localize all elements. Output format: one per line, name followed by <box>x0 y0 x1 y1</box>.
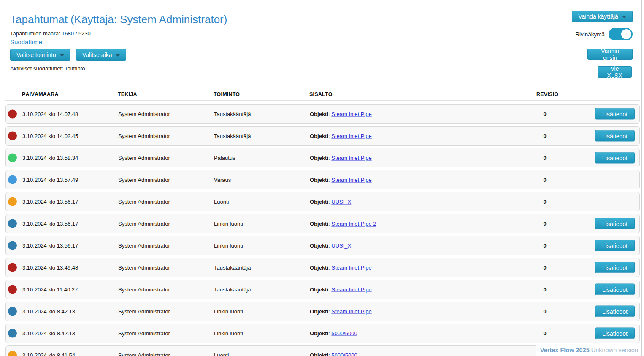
event-revision: 0 <box>541 264 548 271</box>
product-name: Vertex Flow 2025 <box>540 347 590 353</box>
event-author: System Administrator <box>118 133 170 139</box>
table-row: 3.10.2024 klo 13.49.48System Administrat… <box>5 258 640 277</box>
object-label: Objekti <box>310 330 328 337</box>
event-action: Luonti <box>214 199 229 205</box>
event-type-dot-icon <box>8 241 17 250</box>
change-user-dropdown[interactable]: Vaihda käyttäjä <box>572 11 633 22</box>
event-type-dot-icon <box>8 132 17 140</box>
object-link[interactable]: UUSI_X <box>331 243 351 249</box>
event-action: Taustakääntäjä <box>214 111 251 117</box>
event-revision: 0 <box>541 243 548 249</box>
event-count: Tapahtumien määrä: 1680 / 5230 <box>10 30 91 37</box>
event-action: Taustakääntäjä <box>214 133 251 139</box>
version-label: Unknown version <box>591 347 638 353</box>
event-action: Linkin luonti <box>214 221 243 227</box>
table-row: 3.10.2024 klo 13.58.34System Administrat… <box>5 148 640 167</box>
row-view-label: Rivinäkymä <box>575 31 605 38</box>
object-link[interactable]: 5000/5000 <box>331 330 357 337</box>
event-type-dot-icon <box>8 154 17 162</box>
column-header-action: TOIMINTO <box>214 92 240 97</box>
event-revision: 0 <box>541 155 548 161</box>
chevron-down-icon <box>622 16 626 18</box>
table-row: 3.10.2024 klo 14.02.45System Administrat… <box>5 126 640 146</box>
table-row: 3.10.2024 klo 8.42.13System Administrato… <box>5 302 640 321</box>
select-action-label: Valitse toiminto <box>16 51 56 58</box>
table-row: 3.10.2024 klo 13.56.17System Administrat… <box>5 192 640 211</box>
table-row: 3.10.2024 klo 13.56.17System Administrat… <box>5 236 640 255</box>
object-label: Objekti <box>310 177 328 183</box>
event-action: Linkin luonti <box>214 308 243 315</box>
event-type-dot-icon <box>8 110 17 119</box>
active-filters-text: Aktiiviset suodattimet: Toiminto <box>10 65 85 72</box>
event-content: Objekti: Steam Inlet Pipe <box>310 286 372 293</box>
details-button[interactable]: Lisätiedot <box>595 262 635 273</box>
event-date: 3.10.2024 klo 11.40.27 <box>22 286 78 293</box>
oldest-first-button[interactable]: Vanhin ensin <box>587 49 633 60</box>
details-button[interactable]: Lisätiedot <box>595 130 635 142</box>
event-author: System Administrator <box>118 155 170 161</box>
event-revision: 0 <box>541 308 548 315</box>
event-type-dot-icon <box>8 219 17 228</box>
event-action: Taustakääntäjä <box>214 264 251 271</box>
object-label: Objekti <box>310 243 328 249</box>
object-link[interactable]: Steam Inlet Pipe <box>331 133 371 139</box>
change-user-label: Vaihda käyttäjä <box>578 13 618 20</box>
event-author: System Administrator <box>118 221 170 227</box>
object-link[interactable]: 5000/5000 <box>331 352 357 356</box>
row-view-control: Rivinäkymä <box>575 28 633 40</box>
right-edge-divider <box>641 0 642 356</box>
table-rows: 3.10.2024 klo 14.07.48System Administrat… <box>5 104 640 356</box>
object-link[interactable]: Steam Inlet Pipe <box>331 308 371 315</box>
row-view-toggle[interactable] <box>609 28 633 40</box>
object-link[interactable]: Steam Inlet Pipe <box>331 111 371 117</box>
event-type-dot-icon <box>8 285 17 294</box>
select-action-dropdown[interactable]: Valitse toiminto <box>10 49 70 61</box>
object-label: Objekti <box>310 111 328 117</box>
object-link[interactable]: Steam Inlet Pipe <box>331 155 371 161</box>
event-author: System Administrator <box>118 199 170 205</box>
event-date: 3.10.2024 klo 13.56.17 <box>22 199 78 205</box>
object-link[interactable]: UUSI_X <box>331 199 351 205</box>
details-button[interactable]: Lisätiedot <box>595 108 635 120</box>
event-revision: 0 <box>541 286 548 293</box>
table-row: 3.10.2024 klo 13.56.17System Administrat… <box>5 214 640 233</box>
event-author: System Administrator <box>118 243 170 249</box>
toggle-knob <box>621 29 631 39</box>
object-link[interactable]: Steam Inlet Pipe 2 <box>331 221 376 227</box>
event-type-dot-icon <box>8 307 17 316</box>
chevron-down-icon <box>116 54 120 57</box>
object-label: Objekti <box>310 133 328 139</box>
object-label: Objekti <box>310 286 328 293</box>
table-row: 3.10.2024 klo 14.07.48System Administrat… <box>5 104 640 124</box>
event-date: 3.10.2024 klo 8.41.54 <box>22 352 75 356</box>
object-link[interactable]: Steam Inlet Pipe <box>331 177 371 183</box>
object-link[interactable]: Steam Inlet Pipe <box>331 286 371 293</box>
event-date: 3.10.2024 klo 13.56.17 <box>22 243 78 249</box>
table-row: 3.10.2024 klo 8.42.13System Administrato… <box>5 324 640 343</box>
event-date: 3.10.2024 klo 13.56.17 <box>22 221 78 227</box>
event-content: Objekti: Steam Inlet Pipe <box>310 177 372 183</box>
page-title: Tapahtumat (Käyttäjä: System Administrat… <box>10 13 227 26</box>
event-author: System Administrator <box>118 264 170 271</box>
event-revision: 0 <box>541 177 548 183</box>
event-date: 3.10.2024 klo 13.49.48 <box>22 264 78 271</box>
details-button[interactable]: Lisätiedot <box>595 284 635 295</box>
select-time-dropdown[interactable]: Valitse aika <box>76 49 127 61</box>
event-content: Objekti: Steam Inlet Pipe <box>310 264 372 271</box>
details-button[interactable]: Lisätiedot <box>595 306 635 317</box>
event-action: Linkin luonti <box>214 330 243 337</box>
export-xlsx-button[interactable]: Vie XLSX <box>598 66 632 78</box>
object-link[interactable]: Steam Inlet Pipe <box>331 264 371 271</box>
event-action: Palautus <box>214 155 235 161</box>
details-button[interactable]: Lisätiedot <box>595 152 635 164</box>
details-button[interactable]: Lisätiedot <box>595 240 635 251</box>
event-date: 3.10.2024 klo 14.07.48 <box>22 111 78 117</box>
details-button[interactable]: Lisätiedot <box>595 328 635 339</box>
event-revision: 0 <box>541 330 548 337</box>
column-header-content: SISÄLTÖ <box>309 92 333 97</box>
version-text: Unknown version <box>591 347 638 353</box>
event-author: System Administrator <box>118 352 170 356</box>
object-label: Objekti <box>310 264 328 271</box>
filters-link[interactable]: Suodattimet <box>10 38 44 46</box>
details-button[interactable]: Lisätiedot <box>595 218 635 229</box>
